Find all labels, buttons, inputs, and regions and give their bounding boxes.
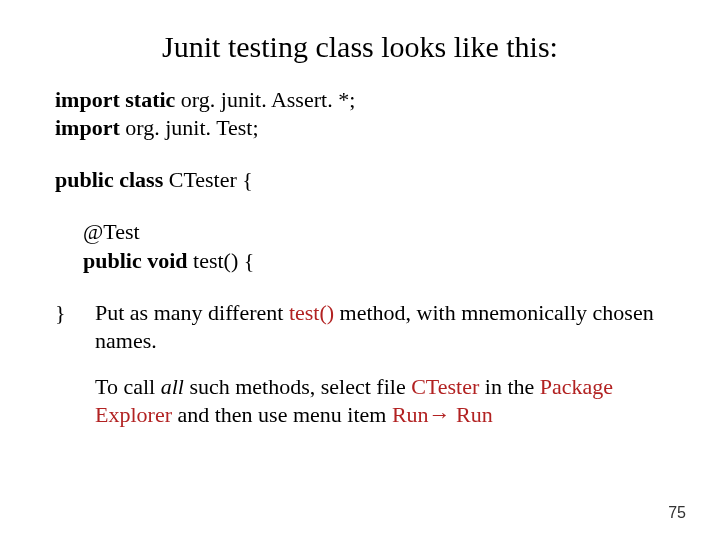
class-decl: public class CTester { [55, 166, 665, 194]
keyword-public-class: public class [55, 167, 163, 192]
keyword-import-static: import static [55, 87, 175, 112]
import-static-rest: org. junit. Assert. *; [175, 87, 355, 112]
note2-ctester: CTester [411, 374, 479, 399]
import-line-1: import static org. junit. Assert. *; [55, 86, 665, 114]
note-paragraph-1: Put as many different test() method, wit… [95, 299, 665, 355]
notes: Put as many different test() method, wit… [95, 299, 665, 448]
note2-b: such methods, select file [184, 374, 411, 399]
import-rest: org. junit. Test; [120, 115, 259, 140]
note2-c: in the [479, 374, 540, 399]
keyword-public-void: public void [83, 248, 188, 273]
method-decl: public void test() { [83, 247, 665, 275]
note1-test: test() [289, 300, 334, 325]
slide-title: Junit testing class looks like this: [55, 30, 665, 64]
note2-run1: Run [392, 402, 429, 427]
import-line-2: import org. junit. Test; [55, 114, 665, 142]
note2-run2: Run [451, 402, 493, 427]
class-rest: CTester { [163, 167, 253, 192]
keyword-import: import [55, 115, 120, 140]
note1-a: Put as many different [95, 300, 289, 325]
note-paragraph-2: To call all such methods, select file CT… [95, 373, 665, 429]
close-brace: } [55, 299, 95, 327]
arrow-icon: → [429, 402, 451, 427]
note2-a: To call [95, 374, 161, 399]
page-number: 75 [668, 504, 686, 522]
code-block: import static org. junit. Assert. *; imp… [55, 86, 665, 447]
method-rest: test() { [188, 248, 255, 273]
note2-d: and then use menu item [172, 402, 392, 427]
annotation-line: @Test [83, 218, 665, 246]
note2-all: all [161, 374, 184, 399]
